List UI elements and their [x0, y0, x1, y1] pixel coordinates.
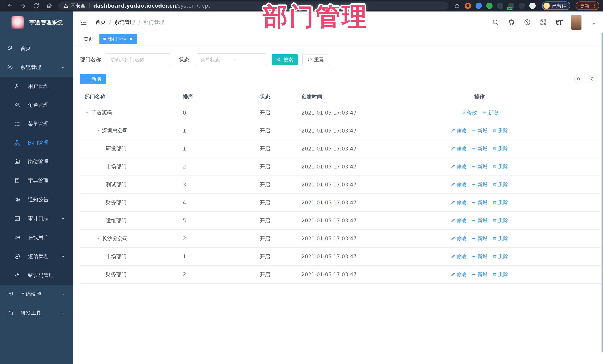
table-row: 市场部门1开启2021-01-05 17:03:47修改新增删除	[80, 248, 601, 265]
github-icon[interactable]	[508, 19, 515, 26]
delete-link[interactable]: 删除	[492, 271, 508, 278]
search-icon[interactable]	[492, 19, 499, 26]
plus-icon	[85, 77, 90, 81]
tab-部门管理[interactable]: 部门管理×	[99, 34, 137, 44]
extension-orange-icon[interactable]	[465, 3, 471, 9]
table-header-row: 部门名称排序状态创建时间操作	[80, 90, 601, 104]
sidebar-item-notice-announcement[interactable]: 通知公告	[0, 190, 73, 209]
update-label: 更新	[580, 3, 590, 9]
expand-caret-icon[interactable]	[84, 110, 90, 115]
breadcrumb-item[interactable]: 系统管理	[114, 19, 135, 26]
toggle-search-button[interactable]	[574, 75, 583, 83]
add-link[interactable]: 新增	[482, 109, 498, 116]
profile-chip[interactable]: 已暂停	[542, 1, 570, 10]
delete-link[interactable]: 删除	[492, 199, 508, 206]
dept-name-input[interactable]	[106, 53, 170, 66]
fullscreen-icon[interactable]	[540, 19, 547, 26]
sidebar-item-dept-management[interactable]: 部门管理	[0, 133, 73, 152]
sidebar-item-error-code-management[interactable]: 错误码管理	[0, 266, 73, 285]
sidebar-item-menu-management[interactable]: 菜单管理	[0, 115, 73, 133]
extension-puzzle-icon[interactable]	[529, 3, 536, 9]
gear-icon	[7, 64, 13, 70]
delete-link[interactable]: 删除	[492, 253, 508, 260]
add-button[interactable]: 新增	[80, 74, 106, 84]
sidebar-item-home[interactable]: 首页	[0, 39, 73, 58]
scrollbar[interactable]	[602, 33, 603, 352]
dept-name-cell: 芋道源码	[80, 109, 183, 116]
browser-reload-button[interactable]	[33, 2, 40, 9]
sidebar-item-role-management[interactable]: 角色管理	[0, 96, 73, 115]
tab-首页[interactable]: 首页	[80, 34, 97, 44]
reset-button[interactable]: 重置	[302, 54, 329, 65]
edit-link[interactable]: 修改	[461, 109, 477, 116]
breadcrumb-item[interactable]: 首页	[95, 19, 106, 26]
sidebar-item-dict-management[interactable]: 字典管理	[0, 171, 73, 190]
logo-row[interactable]: 芋道管理系统	[0, 11, 73, 33]
sidebar-item-system-management[interactable]: 系统管理	[0, 58, 73, 77]
browser-update-button[interactable]: 更新	[576, 1, 599, 10]
help-icon[interactable]	[524, 19, 531, 26]
expand-caret-icon[interactable]	[95, 128, 101, 133]
add-link[interactable]: 新增	[471, 217, 487, 224]
actions-cell: 修改新增删除	[450, 145, 509, 152]
sidebar-item-user-management[interactable]: 用户管理	[0, 77, 73, 96]
browser-forward-button[interactable]	[20, 2, 27, 9]
font-size-icon[interactable]: tT	[556, 19, 563, 26]
add-link[interactable]: 新增	[471, 271, 487, 278]
extension-blue-gem-icon[interactable]	[475, 3, 482, 9]
hamburger-icon[interactable]	[80, 18, 88, 26]
bookmark-star-icon[interactable]	[454, 2, 460, 9]
add-link[interactable]: 新增	[471, 145, 487, 152]
kebab-menu-icon[interactable]	[592, 3, 597, 8]
search-button[interactable]: 搜索	[272, 54, 298, 65]
extension-key-icon[interactable]	[519, 3, 525, 9]
sidebar-item-audit-log[interactable]: 审计日志	[0, 209, 73, 228]
address-bar[interactable]: 不安全 dashboard.yudao.iocoder.cn/system/de…	[58, 1, 448, 10]
add-link[interactable]: 新增	[471, 253, 487, 260]
user-avatar[interactable]	[571, 15, 581, 30]
sidebar-item-post-management[interactable]: 岗位管理	[0, 152, 73, 171]
delete-link[interactable]: 删除	[492, 217, 508, 224]
edit-link[interactable]: 修改	[451, 217, 467, 224]
add-link[interactable]: 新增	[471, 235, 487, 242]
refresh-table-button[interactable]	[589, 75, 597, 83]
edit-link[interactable]: 修改	[451, 145, 467, 152]
edit-link[interactable]: 修改	[451, 127, 467, 134]
pencil-icon	[451, 200, 455, 205]
edit-link[interactable]: 修改	[451, 163, 467, 170]
extension-switch-icon[interactable]: on	[508, 3, 514, 9]
sidebar-item-dev-tools[interactable]: 研发工具	[0, 304, 73, 322]
delete-link[interactable]: 删除	[492, 181, 508, 188]
delete-link[interactable]: 删除	[492, 145, 508, 152]
sidebar-item-online-users[interactable]: 在线用户	[0, 228, 73, 247]
delete-link[interactable]: 删除	[492, 163, 508, 170]
star-icon	[454, 2, 460, 9]
add-link[interactable]: 新增	[471, 163, 487, 170]
created-cell: 2021-01-05 17:03:47	[302, 146, 451, 152]
browser-home-button[interactable]	[46, 2, 53, 9]
browser-back-button[interactable]	[7, 2, 14, 9]
chevron-down-icon	[95, 236, 101, 241]
delete-link[interactable]: 删除	[492, 127, 508, 134]
top-header: 首页/系统管理/部门管理 tT	[73, 11, 603, 33]
status-select[interactable]: 菜单状态	[196, 53, 267, 66]
delete-link-label: 删除	[498, 217, 508, 224]
add-link[interactable]: 新增	[471, 181, 487, 188]
edit-link[interactable]: 修改	[451, 235, 467, 242]
edit-link[interactable]: 修改	[451, 181, 467, 188]
add-link[interactable]: 新增	[471, 199, 487, 206]
add-link[interactable]: 新增	[471, 127, 487, 134]
edit-link[interactable]: 修改	[451, 199, 467, 206]
tab-close-icon[interactable]: ×	[129, 36, 133, 41]
users-icon	[14, 102, 20, 108]
delete-link[interactable]: 删除	[492, 235, 508, 242]
dept-table: 部门名称排序状态创建时间操作芋道源码0开启2021-01-05 17:03:47…	[80, 90, 601, 284]
extension-green-check-icon[interactable]	[486, 3, 493, 9]
avatar-caret-down-icon[interactable]	[590, 20, 595, 25]
sidebar-item-infrastructure[interactable]: 基础设施	[0, 285, 73, 304]
edit-link[interactable]: 修改	[451, 253, 467, 260]
sidebar-item-sms-management[interactable]: 短信管理	[0, 247, 73, 266]
edit-link[interactable]: 修改	[451, 271, 467, 278]
expand-caret-icon[interactable]	[95, 236, 101, 241]
extension-tiles-icon[interactable]	[497, 3, 503, 9]
